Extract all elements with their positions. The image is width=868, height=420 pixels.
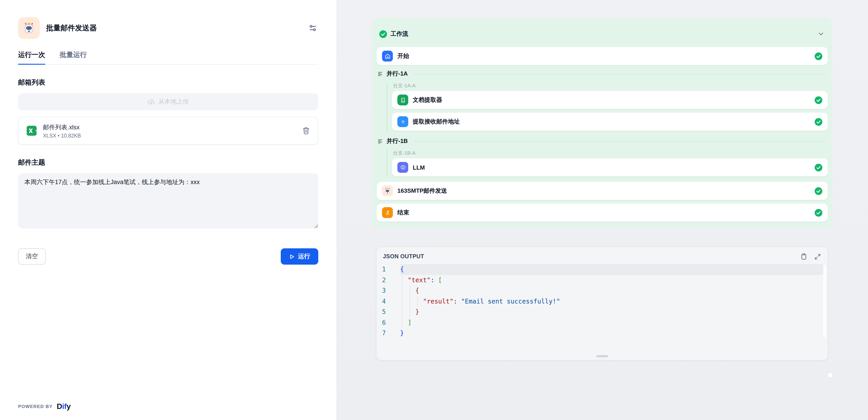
line-number: 2 (377, 275, 400, 286)
upload-from-local-button[interactable]: 从本地上传 (18, 93, 318, 110)
indent-guide (402, 275, 402, 328)
check-circle-icon (815, 96, 822, 104)
delete-file-button[interactable] (302, 126, 311, 135)
clipboard-icon (800, 253, 807, 260)
expand-button[interactable] (814, 252, 822, 260)
parallel-title: 并行-1A (386, 70, 408, 78)
line-content: "text": [ (400, 275, 823, 286)
divider (414, 141, 827, 141)
resize-handle[interactable] (596, 355, 608, 357)
scroll-dot (828, 373, 832, 377)
json-output-card: JSON OUTPUT (376, 246, 828, 361)
brain-icon (397, 162, 408, 173)
scrollbar-track[interactable] (823, 265, 826, 337)
result-panel: 工作流 开始 并行-1A (336, 0, 868, 420)
parallel-icon (377, 139, 383, 144)
uploaded-file-item[interactable]: 邮件列表.xlsx XLSX • 10.82KB (18, 117, 318, 145)
node-label: 结束 (397, 209, 815, 217)
check-circle-icon (379, 30, 387, 38)
email-subject-input[interactable]: 本周六下午17点，统一参加线上Java笔试，线上参与地址为：xxx (18, 173, 318, 229)
form-actions: 清空 运行 (18, 248, 318, 265)
json-code-block[interactable]: 1 { 2 "text": [ 3 { 4 "result": "Email s… (377, 264, 828, 345)
node-doc-extractor[interactable]: 文档提取器 (392, 91, 828, 109)
line-number: 5 (377, 307, 400, 317)
extractor-dots-icon (397, 116, 408, 127)
line-content: } (400, 328, 823, 338)
indent-guide (410, 286, 410, 317)
code-line: 1 { (377, 264, 828, 275)
code-line: 3 { (377, 286, 828, 296)
line-number: 3 (377, 286, 400, 296)
workflow-header[interactable]: 工作流 (379, 29, 825, 39)
robot-icon (382, 185, 393, 196)
run-button-label: 运行 (298, 252, 310, 261)
expand-icon (814, 253, 821, 260)
check-circle-icon (815, 187, 822, 195)
branch-label: 分支-1A-A (393, 82, 828, 89)
parallel-title: 并行-1B (386, 137, 408, 145)
tab-bar: 运行一次 批量运行 (18, 51, 318, 65)
line-content: "result": "Email sent successfully!" (400, 296, 823, 307)
app-robot-icon (18, 17, 40, 39)
divider (414, 73, 827, 74)
node-end[interactable]: 结束 (377, 204, 828, 222)
check-circle-icon (815, 52, 822, 60)
email-list-label: 邮箱列表 (18, 78, 318, 87)
check-circle-icon (815, 118, 822, 125)
node-llm[interactable]: LLM (392, 158, 828, 176)
branch-1b-group: 分支-1B-A LLM (386, 150, 828, 176)
robot-icon (22, 21, 36, 35)
app-header: 批量邮件发送器 (18, 17, 318, 39)
excel-file-icon (26, 125, 37, 137)
cloud-upload-icon (148, 98, 155, 106)
line-number: 1 (377, 264, 400, 275)
dify-logo[interactable]: Dify (57, 402, 71, 411)
powered-by-label: POWERED BY (18, 404, 53, 409)
subject-label: 邮件主题 (18, 158, 318, 167)
parallel-1a-row: 并行-1A (377, 69, 827, 79)
check-circle-icon (815, 209, 822, 216)
node-label: LLM (413, 164, 815, 171)
powered-by-footer: POWERED BY Dify (18, 402, 71, 411)
page-title: 批量邮件发送器 (46, 23, 307, 33)
file-info: 邮件列表.xlsx XLSX • 10.82KB (43, 123, 302, 138)
node-label: 163SMTP邮件发送 (397, 187, 815, 195)
check-circle-icon (815, 163, 822, 171)
node-smtp-send[interactable]: 163SMTP邮件发送 (377, 182, 828, 200)
play-icon (289, 253, 295, 260)
node-label: 提取接收邮件地址 (413, 118, 815, 126)
indent-guide (417, 296, 418, 307)
parallel-1b-row: 并行-1B (377, 136, 827, 146)
run-form-panel: 批量邮件发送器 运行一次 批量运行 邮箱列表 (0, 0, 336, 420)
code-line: 6 ] (377, 317, 828, 328)
file-meta: XLSX • 10.82KB (43, 133, 302, 138)
line-content: ] (400, 317, 823, 328)
node-extract-email[interactable]: 提取接收邮件地址 (392, 113, 828, 131)
json-output-header: JSON OUTPUT (377, 247, 828, 264)
chevron-down-icon[interactable] (817, 30, 825, 38)
branch-label: 分支-1B-A (393, 150, 828, 156)
dify-logo-y: y (66, 402, 70, 411)
node-label: 开始 (397, 52, 815, 60)
tab-batch-run[interactable]: 批量运行 (60, 51, 87, 64)
settings-button[interactable] (307, 23, 318, 33)
line-content: { (400, 286, 823, 296)
clear-button[interactable]: 清空 (18, 248, 46, 265)
document-extractor-icon (397, 94, 408, 106)
run-button[interactable]: 运行 (281, 248, 318, 265)
code-line: 2 "text": [ (377, 275, 828, 286)
copy-button[interactable] (800, 252, 807, 260)
finish-flag-icon (382, 207, 393, 218)
trash-icon (302, 127, 310, 135)
json-output-title: JSON OUTPUT (383, 253, 800, 260)
node-start[interactable]: 开始 (377, 47, 828, 65)
sliders-icon (308, 23, 318, 33)
line-content: { (400, 264, 823, 275)
file-name: 邮件列表.xlsx (43, 123, 302, 131)
tab-run-once[interactable]: 运行一次 (18, 51, 45, 64)
code-line: 4 "result": "Email sent successfully!" (377, 296, 828, 307)
dify-logo-if: if (62, 402, 67, 411)
node-label: 文档提取器 (413, 96, 815, 104)
line-number: 4 (377, 296, 400, 307)
line-number: 7 (377, 328, 400, 338)
